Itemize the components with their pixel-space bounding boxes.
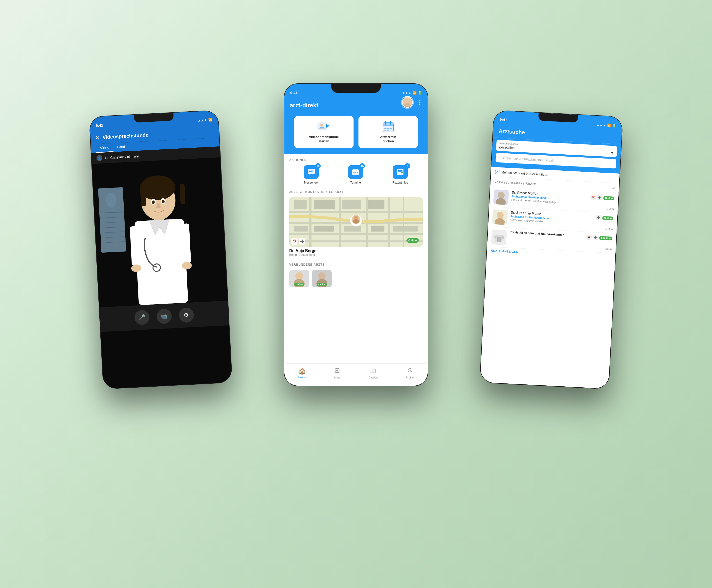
svg-rect-69 — [314, 200, 335, 209]
svg-point-83 — [296, 272, 303, 280]
nav-aerzte[interactable]: Ärzte — [334, 368, 340, 379]
messenger-badge: 15 — [315, 163, 321, 169]
frank-calendar-icon: 📅 — [590, 194, 596, 200]
videosprechstunde-title: Videosprechstunde — [102, 132, 148, 140]
aktionen-title: AKTIONEN — [289, 158, 423, 162]
nav-dateien[interactable]: Dateien — [368, 368, 378, 379]
frank-add-icon: ➕ — [597, 195, 603, 201]
svg-rect-76 — [393, 226, 418, 232]
termine-svg — [352, 168, 359, 175]
svg-marker-30 — [326, 124, 329, 128]
tab-chat[interactable]: Chat — [113, 142, 129, 152]
location-text: Meinen Standort berücksichtigen — [501, 170, 548, 176]
doctor-avatar-sm: 👤 — [96, 155, 103, 161]
map-container[interactable]: Online 📅 ➕ — [289, 197, 423, 247]
wifi-icon: 📶 — [208, 118, 212, 122]
verbundene-doctor-1[interactable]: Online — [289, 270, 309, 287]
frank-badges: 📅 ➕ Online — [590, 194, 614, 201]
svg-rect-68 — [294, 200, 306, 209]
praxis-badges: 📅 ➕ 1 Online — [586, 234, 612, 241]
nav-home[interactable]: 🏠 Home — [298, 368, 306, 379]
action-appointment[interactable]: Arzttermin buchen — [359, 116, 418, 148]
profile-icon — [407, 368, 413, 375]
svg-rect-64 — [339, 197, 341, 247]
filter-icon[interactable]: ≡ — [612, 185, 615, 191]
svg-rect-42 — [384, 130, 386, 131]
left-time: 9:41 — [96, 123, 103, 128]
doctor-online-badge: Online — [406, 238, 419, 243]
nav-dateien-label: Dateien — [368, 376, 378, 379]
svg-rect-70 — [342, 200, 361, 209]
svg-rect-104 — [497, 237, 501, 242]
frank-online-badge: Online — [603, 196, 614, 200]
praxis-avatar-svg — [491, 229, 507, 245]
arztsuche-title: Arztsuche — [498, 128, 525, 136]
messenger-label: Messenger — [304, 181, 319, 184]
svg-rect-50 — [357, 169, 358, 171]
last-doctor-name: Dr. Anja Berger — [289, 249, 423, 253]
susanne-online-badge: Online — [602, 216, 613, 220]
map-add-icon[interactable]: ➕ — [299, 238, 305, 245]
praxis-calendar-icon: 📅 — [586, 234, 592, 240]
dropdown-arrow-icon: ▼ — [610, 151, 614, 155]
svg-rect-37 — [385, 121, 386, 125]
camera-icon: 📹 — [161, 313, 168, 319]
nav-home-label: Home — [298, 376, 306, 379]
verbundene-doctor-2[interactable]: Online — [312, 270, 332, 287]
dateien-icon — [370, 368, 376, 375]
verbundene-avatars: Online Online — [289, 270, 423, 287]
location-checkbox[interactable]: ✓ — [495, 169, 500, 174]
aktionen-termine[interactable]: 15 Termine — [348, 165, 363, 184]
svg-point-86 — [318, 272, 326, 280]
tab-video[interactable]: Video — [96, 143, 113, 153]
user-avatar-progress[interactable] — [401, 96, 414, 109]
aktionen-rezeptinfos[interactable]: 2 Rezeptinfos — [392, 165, 408, 184]
search-placeholder: Suche nach Arzt/Fachrichtung/Praxis — [502, 156, 555, 162]
signal-icon: ▲▲▲ — [197, 118, 207, 122]
action-video[interactable]: Videosprechstunde starten — [294, 116, 353, 148]
aktionen-messenger[interactable]: 15 Messenger — [304, 165, 319, 184]
svg-rect-15 — [140, 186, 146, 206]
profile-nav-svg — [407, 368, 413, 374]
frank-distance: 300m — [607, 207, 614, 210]
svg-rect-38 — [390, 121, 391, 125]
search-input-icon: | — [499, 155, 500, 160]
termine-badge: 15 — [360, 163, 365, 169]
svg-rect-71 — [368, 200, 384, 209]
nav-profile-label: Profile — [406, 376, 414, 379]
right-time: 9:41 — [500, 117, 507, 122]
microphone-button[interactable]: 🎤 — [134, 310, 150, 325]
quick-actions: Videosprechstunde starten — [284, 112, 428, 154]
svg-rect-41 — [390, 128, 392, 129]
bottom-nav: 🏠 Home Ärzte — [284, 363, 428, 386]
last-doctor-location: Berlin, Deutschland — [289, 253, 423, 256]
wifi-right-icon: 📶 — [607, 123, 611, 127]
svg-rect-106 — [501, 236, 504, 239]
video-icon-svg — [317, 121, 331, 132]
praxis-avatar — [491, 229, 507, 245]
right-screen: 9:41 ▲▲▲ 📶 🔋 Arztsuche Versicherungsart … — [480, 110, 623, 389]
close-icon[interactable]: ✕ — [95, 134, 100, 141]
center-status-icons: ▲▲▲ 📶 🔋 — [402, 91, 422, 95]
susanne-distance: 1,6km — [605, 227, 613, 231]
nav-profile[interactable]: Profile — [406, 368, 414, 379]
signal-center-icon: ▲▲▲ — [402, 91, 411, 95]
map-calendar-icon[interactable]: 📅 — [291, 238, 298, 245]
video-area — [92, 157, 228, 307]
dateien-nav-svg — [370, 368, 376, 374]
svg-rect-105 — [494, 235, 497, 238]
svg-rect-67 — [403, 197, 404, 247]
center-notch — [331, 84, 381, 93]
svg-rect-36 — [383, 125, 393, 126]
susanne-badges: ➕ Online — [596, 215, 613, 221]
last-doctor-title: ZULETZT KONTAKTIERTER ARZT — [289, 190, 423, 194]
phone-right: 9:41 ▲▲▲ 📶 🔋 Arztsuche Versicherungsart … — [480, 110, 623, 389]
calendar-icon-svg — [382, 121, 394, 133]
camera-button[interactable]: 📹 — [156, 309, 172, 324]
verb-online-badge-2: Online — [317, 283, 327, 286]
map-svg — [289, 197, 423, 247]
settings-button[interactable]: ⚙ — [178, 307, 194, 323]
menu-dots-button[interactable]: ⋮ — [417, 99, 422, 106]
svg-rect-39 — [384, 128, 386, 129]
svg-rect-63 — [309, 197, 311, 247]
